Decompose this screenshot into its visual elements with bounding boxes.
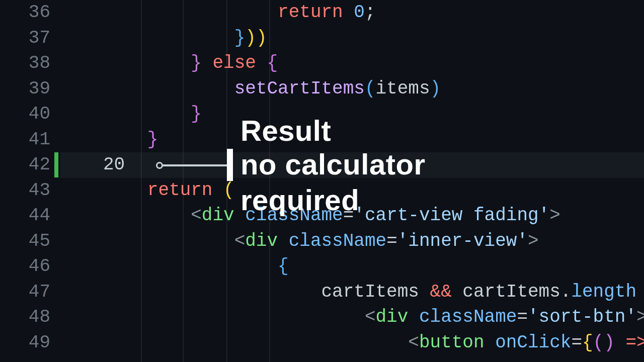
function-call: setCartItems: [234, 78, 365, 99]
result-overlay: Result no calculator required: [240, 115, 425, 218]
line-number: 43: [0, 178, 54, 204]
line-number: 36: [0, 0, 54, 26]
keyword-return: return: [278, 2, 343, 23]
jsx-tag: div: [376, 307, 409, 327]
jsx-angle: <: [234, 231, 246, 251]
keyword-else: else: [212, 53, 256, 73]
connector-line-icon: [162, 164, 227, 166]
line-number: 40: [0, 102, 54, 127]
overlay-subtitle-line2: required: [240, 183, 425, 218]
git-addition-mark: [54, 152, 58, 177]
jsx-angle: <: [191, 205, 202, 226]
result-connector: [156, 162, 227, 169]
paren: ): [245, 28, 256, 48]
brace: {: [267, 53, 278, 73]
brace: }: [191, 53, 202, 73]
code-line[interactable]: } else {: [60, 51, 644, 76]
code-line[interactable]: setCartItems(items): [60, 76, 644, 102]
jsx-expression-brace: {: [278, 256, 289, 277]
arrow: =>: [625, 332, 644, 353]
number-literal: 0: [354, 2, 365, 23]
paren: (: [593, 332, 604, 353]
jsx-angle: >: [528, 231, 539, 251]
paren: ): [604, 332, 615, 353]
identifier: items: [376, 78, 430, 99]
line-number: 46: [0, 254, 54, 280]
code-line[interactable]: {: [60, 254, 644, 280]
git-change-bar: [54, 0, 60, 362]
jsx-attr: onClick: [495, 332, 571, 353]
jsx-tag: div: [202, 205, 234, 226]
jsx-tag: button: [419, 332, 485, 353]
jsx-attr: className: [289, 231, 386, 251]
brace: }: [234, 28, 246, 48]
line-number: 44: [0, 203, 54, 229]
jsx-expression-brace: {: [582, 332, 593, 353]
jsx-tag: div: [245, 231, 278, 251]
string-literal: inner-view: [408, 231, 517, 251]
text-cursor-icon: [227, 149, 233, 181]
line-number: 41: [0, 127, 54, 153]
paren: ): [256, 28, 267, 48]
line-number: 37: [0, 26, 54, 51]
identifier: cartItems: [462, 282, 560, 302]
brace: }: [147, 129, 158, 150]
jsx-attr: className: [419, 307, 517, 327]
paren: (: [223, 180, 234, 201]
jsx-angle: <: [408, 332, 419, 353]
jsx-angle: >: [549, 205, 560, 226]
code-line[interactable]: })): [60, 26, 644, 51]
inline-result-value: 20: [60, 152, 125, 178]
line-number: 49: [0, 330, 54, 356]
line-number: 45: [0, 229, 54, 254]
code-line[interactable]: <button onClick={() => {: [60, 330, 644, 356]
line-number: 38: [0, 51, 54, 76]
code-line[interactable]: <div className='sort-btn'>: [60, 305, 644, 330]
line-number: 47: [0, 280, 54, 305]
string-literal: sort-btn: [539, 307, 626, 327]
line-number-gutter: 3637383940414243444546474849: [0, 0, 54, 362]
line-number: 48: [0, 305, 54, 330]
identifier: cartItems: [321, 282, 419, 302]
paren: ): [430, 78, 441, 99]
paren: (: [365, 78, 376, 99]
keyword-return: return: [147, 180, 213, 201]
brace: }: [191, 104, 202, 124]
code-line[interactable]: return 0;: [60, 0, 644, 26]
code-line[interactable]: cartItems && cartItems.length > 0: [60, 280, 644, 305]
jsx-angle: <: [365, 307, 376, 327]
overlay-title: Result: [240, 115, 425, 147]
jsx-angle: >: [636, 307, 644, 327]
operator: &&: [430, 282, 452, 302]
line-number: 39: [0, 76, 54, 102]
overlay-subtitle-line1: no calculator: [240, 147, 425, 183]
line-number: 42: [0, 152, 54, 178]
property: length: [571, 282, 636, 302]
code-line[interactable]: <div className='inner-view'>: [60, 229, 644, 254]
